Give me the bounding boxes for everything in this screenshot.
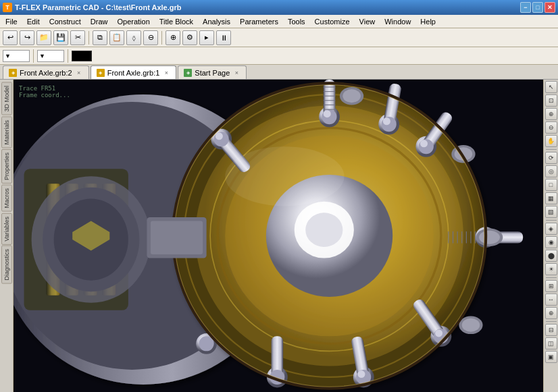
menu-bar: FileEditConstructDrawOperationTitle Bloc… (0, 15, 558, 28)
axle-scene (14, 80, 543, 392)
title-bar: T T-FLEX Parametric CAD - C:\test\Front … (0, 0, 558, 15)
toolbar-sep-9 (161, 31, 162, 45)
minimize-button[interactable]: − (520, 2, 531, 13)
right-toolbar-button-grid[interactable]: ⊟ (545, 324, 557, 336)
tab-tab2[interactable]: ◈Front Axle.grb:1× (91, 65, 177, 79)
right-toolbar-button-cube-view[interactable]: ▣ (545, 351, 557, 363)
right-toolbar-button-perspective[interactable]: ◉ (545, 236, 557, 248)
right-toolbar-button-render[interactable]: ⬤ (545, 250, 557, 262)
toolbar-button-pause[interactable]: ⏸ (216, 30, 231, 45)
svg-point-72 (383, 117, 390, 125)
right-toolbar-button-light[interactable]: ☀ (545, 263, 557, 275)
svg-point-78 (462, 318, 480, 332)
right-toolbar-button-rotate-3d[interactable]: ⟳ (545, 152, 557, 164)
right-toolbar-button-view-iso[interactable]: ◈ (545, 223, 557, 235)
toolbar2-color-sep (68, 49, 68, 63)
color-selector[interactable] (72, 51, 92, 61)
svg-point-38 (420, 140, 428, 147)
app-icon: T (3, 3, 12, 12)
tab-label-tab2: Front Axle.grb:1 (107, 69, 160, 77)
sidebar-tab-diagnostics[interactable]: Diagnostics (1, 246, 12, 284)
right-toolbar-sep-5 (546, 149, 557, 150)
right-toolbar-button-view-front[interactable]: □ (545, 179, 557, 191)
svg-rect-84 (151, 221, 203, 254)
svg-point-74 (479, 231, 500, 244)
toolbar-button-delete[interactable]: ⎀ (126, 30, 141, 45)
menu-item-analysis[interactable]: Analysis (199, 16, 234, 27)
tab-icon-tab3: ◈ (184, 69, 192, 77)
sidebar-tab-3d-model[interactable]: 3D Model (1, 82, 12, 115)
svg-point-24 (305, 213, 343, 247)
right-toolbar-sep-17 (546, 321, 557, 322)
menu-item-parameters[interactable]: Parameters (236, 16, 282, 27)
right-toolbar-sep-10 (546, 220, 557, 221)
sidebar-tab-properties[interactable]: Properties (1, 149, 12, 184)
tab-label-tab3: Start Page (195, 69, 230, 77)
menu-item-tools[interactable]: Tools (284, 16, 309, 27)
maximize-button[interactable]: □ (532, 2, 543, 13)
svg-point-53 (435, 329, 442, 337)
close-button[interactable]: ✕ (544, 2, 555, 13)
toolbar-button-open[interactable]: 📁 (36, 30, 51, 45)
toolbar2-dropdown-0[interactable]: ▼ (3, 50, 30, 62)
toolbar2-sep (33, 49, 34, 63)
svg-point-57 (357, 370, 365, 378)
tab-close-tab2[interactable]: × (162, 69, 170, 77)
right-toolbar: ↖⊡⊕⊖✋⟳◎□▦▧◈◉⬤☀⊞↔⊕⊟◫▣ (543, 80, 558, 392)
viewport[interactable]: Trace FR51 Frame coord... (14, 80, 543, 392)
window-controls[interactable]: − □ ✕ (520, 2, 555, 13)
menu-item-view[interactable]: View (355, 16, 380, 27)
toolbar2-dropdown-1[interactable]: ▼ (37, 50, 64, 62)
tab-tab1[interactable]: ◈Front Axle.grb:2× (3, 65, 89, 79)
right-toolbar-sep-14 (546, 277, 557, 278)
toolbar-sep-5 (88, 31, 89, 45)
sidebar-tab-variables[interactable]: Variables (1, 213, 12, 245)
sidebar-tab-macros[interactable]: Macros (1, 185, 12, 212)
toolbar-button-options[interactable]: ⚙ (182, 30, 197, 45)
tab-label-tab1: Front Axle.grb:2 (20, 69, 72, 77)
sidebar-tab-materials[interactable]: Materials (1, 117, 12, 148)
right-toolbar-button-snap[interactable]: ⊕ (545, 307, 557, 319)
menu-item-file[interactable]: File (1, 16, 22, 27)
toolbar-button-paste[interactable]: 📋 (109, 30, 124, 45)
right-toolbar-button-section-cut[interactable]: ⊞ (545, 280, 557, 292)
toolbar-button-cut[interactable]: ✂ (70, 30, 85, 45)
menu-item-operation[interactable]: Operation (113, 16, 153, 27)
tab-close-tab3[interactable]: × (232, 69, 240, 77)
right-toolbar-button-nav-home[interactable]: ◫ (545, 337, 557, 349)
menu-item-title-block[interactable]: Title Block (155, 16, 197, 27)
menu-item-edit[interactable]: Edit (23, 16, 44, 27)
right-toolbar-button-view-top[interactable]: ▦ (545, 192, 557, 204)
right-toolbar-button-zoom-out[interactable]: ⊖ (545, 121, 557, 134)
tab-close-tab1[interactable]: × (75, 69, 83, 77)
menu-item-customize[interactable]: Customize (311, 16, 354, 27)
menu-item-construct[interactable]: Construct (45, 16, 85, 27)
title-bar-left: T T-FLEX Parametric CAD - C:\test\Front … (3, 3, 182, 12)
svg-point-85 (225, 146, 344, 206)
tab-icon-tab2: ◈ (97, 69, 105, 77)
toolbar-button-redo[interactable]: ↪ (20, 30, 34, 45)
menu-item-window[interactable]: Window (380, 16, 415, 27)
menu-item-draw[interactable]: Draw (86, 16, 112, 27)
menu-item-help[interactable]: Help (416, 16, 440, 27)
svg-point-80 (343, 89, 360, 103)
scene-background: Trace FR51 Frame coord... (14, 80, 543, 392)
right-toolbar-button-zoom-in[interactable]: ⊕ (545, 108, 557, 120)
right-toolbar-button-view-right[interactable]: ▧ (545, 206, 557, 218)
toolbar-button-save[interactable]: 💾 (53, 30, 68, 45)
right-toolbar-button-cursor[interactable]: ↖ (545, 81, 557, 93)
toolbar-button-zoom-in[interactable]: ⊕ (166, 30, 180, 45)
toolbar-1: ↩↪📁💾✂⧉📋⎀⊖⊕⚙▸⏸ (0, 28, 558, 47)
toolbar-button-run[interactable]: ▸ (199, 30, 214, 45)
toolbar-2: ▼▼ (0, 47, 558, 65)
svg-point-68 (215, 132, 223, 140)
toolbar-button-zoom-out[interactable]: ⊖ (143, 30, 158, 45)
right-toolbar-button-pan[interactable]: ✋ (545, 135, 557, 147)
toolbar-button-undo[interactable]: ↩ (3, 30, 18, 45)
tab-tab3[interactable]: ◈Start Page× (178, 65, 247, 79)
right-toolbar-button-fit-all[interactable]: ⊡ (545, 94, 557, 107)
toolbar-button-copy[interactable]: ⧉ (93, 30, 107, 45)
right-toolbar-button-measure[interactable]: ↔ (545, 293, 557, 306)
svg-point-28 (324, 110, 331, 117)
right-toolbar-button-orbit[interactable]: ◎ (545, 165, 557, 177)
